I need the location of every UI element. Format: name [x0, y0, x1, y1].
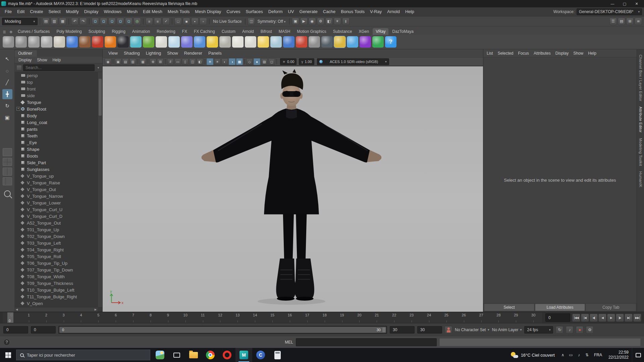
shelf-tab[interactable]: DazToMaya	[389, 28, 416, 35]
menu-item[interactable]: Mesh Display	[192, 7, 224, 16]
outliner-item[interactable]: + front	[15, 85, 98, 92]
outliner-item[interactable]: + V_Tongue_up	[15, 173, 98, 179]
outliner-item[interactable]: + T01_Tongue_Up	[15, 226, 98, 233]
highlight-selection-icon[interactable]: □	[174, 18, 182, 25]
auto-keyframe-icon[interactable]: ●	[576, 326, 583, 334]
shelf-gear-icon[interactable]: ⚙	[8, 29, 14, 35]
attribute-editor-menu-item[interactable]: Help	[586, 49, 599, 57]
vray-lens-icon[interactable]	[130, 36, 142, 48]
outliner-horizontal-scrollbar[interactable]: ◀▶	[15, 307, 98, 312]
shelf-help-icon[interactable]: ?	[385, 36, 396, 48]
vray-sphere-blue-icon[interactable]	[66, 36, 78, 48]
news-widget-icon[interactable]	[152, 348, 168, 362]
timeline-frame[interactable]: 8	[142, 312, 159, 323]
shelf-tab[interactable]: Motion Graphics	[294, 28, 329, 35]
sort-icon[interactable]: ☰	[609, 18, 617, 25]
outliner-item[interactable]: + top	[15, 79, 98, 85]
menu-item[interactable]: V-Ray	[367, 7, 384, 16]
snap-projected-center-icon[interactable]: Ω	[117, 18, 124, 25]
menu-item[interactable]: Cache	[320, 7, 338, 16]
outliner-item[interactable]: + Long_coat	[15, 119, 98, 126]
viewport-menu-item[interactable]: Panels	[205, 49, 225, 57]
layout-outliner-persp-icon[interactable]	[3, 177, 12, 185]
lasso-tool-icon[interactable]: ◌	[2, 66, 12, 76]
attribute-editor-menu-item[interactable]: Show	[571, 49, 586, 57]
timeline-frame[interactable]: 19	[333, 312, 351, 323]
shelf-tab[interactable]: Rigging	[109, 28, 128, 35]
notes-icon[interactable]	[54, 36, 65, 48]
weather-widget[interactable]: 16°C Ciel couvert	[507, 348, 559, 362]
menu-item[interactable]: Help	[402, 7, 417, 16]
timeline-frame[interactable]: 15	[264, 312, 281, 323]
field-chart-icon[interactable]: ◧	[197, 58, 203, 65]
outliner-item[interactable]: + side	[15, 92, 98, 99]
outliner-search-input[interactable]	[23, 64, 95, 71]
film-gate-icon[interactable]: ▭	[174, 58, 181, 65]
timeline-frame[interactable]: 17	[299, 312, 316, 323]
outliner-item[interactable]: + T04_Tongue_Right	[15, 246, 98, 253]
vray-fur-icon[interactable]	[156, 36, 167, 48]
attribute-editor-menu-item[interactable]: Attributes	[531, 49, 553, 57]
layout-four-pane-icon[interactable]	[3, 158, 12, 166]
tray-display-icon[interactable]: ▭	[567, 353, 575, 357]
playback-end-field[interactable]: 30	[417, 326, 442, 334]
outliner-item[interactable]: + persp	[15, 72, 98, 79]
outliner-item[interactable]: + T10_Tongue_Bulge_Left	[15, 287, 98, 293]
hidden-icons-caret[interactable]: ∧	[559, 353, 567, 357]
language-indicator[interactable]: FRA	[591, 353, 605, 357]
resolution-gate-icon[interactable]: ▯	[182, 58, 189, 65]
step-forward-key-button[interactable]: |▶	[616, 314, 624, 322]
expand-icon[interactable]: +	[16, 107, 20, 111]
scrollbar-thumb[interactable]	[99, 79, 102, 116]
timeline-frame[interactable]: 3	[55, 312, 72, 323]
render-current-frame-icon[interactable]: ▶	[300, 18, 308, 25]
timeline-frame[interactable]: 20	[351, 312, 368, 323]
minimize-button[interactable]: —	[606, 0, 619, 7]
shelf-tab[interactable]: Poly Modeling	[53, 28, 85, 35]
select-tool-icon[interactable]: ↖	[2, 54, 12, 64]
light-editor-icon[interactable]: ☀	[334, 18, 341, 25]
outliner-item[interactable]: + V_Tongue_Curl_D	[15, 213, 98, 220]
outliner-item[interactable]: + V_Tongue_Out	[15, 186, 98, 193]
shelf-tab[interactable]: Bifrost	[258, 28, 275, 35]
colorspace-dropdown[interactable]: ACES 1.0 SDR-video (sRGB) ▾	[317, 58, 389, 65]
pause-viewport-icon[interactable]: ‖	[342, 18, 350, 25]
viewport-menu-item[interactable]: Show	[164, 49, 181, 57]
attribute-editor-menu-item[interactable]: Display	[553, 49, 571, 57]
timeline-frame[interactable]: 18	[316, 312, 333, 323]
layout-presets-icon[interactable]: ▤	[618, 18, 625, 25]
rotate-tool-icon[interactable]: ↻	[2, 101, 12, 111]
range-slider-handle[interactable]: 0 30	[59, 327, 386, 333]
vray-ring-icon[interactable]	[232, 36, 244, 48]
taskbar-clock[interactable]: 22:59 22/12/2022	[605, 350, 632, 360]
menu-item[interactable]: Deform	[266, 7, 285, 16]
scroll-left-icon[interactable]: ◀	[16, 308, 18, 311]
symmetry-icon[interactable]: ◫	[248, 18, 255, 25]
outliner-menu-item[interactable]: Show	[35, 57, 49, 63]
scroll-right-icon[interactable]: ▶	[95, 308, 97, 311]
sidebar-tab[interactable]: HumanIK	[639, 171, 643, 187]
outliner-item[interactable]: + T06_Tongue_Tip_Up	[15, 260, 98, 266]
shelf-tab[interactable]: Rendering	[154, 28, 178, 35]
viewport-toolbar-icon[interactable]	[113, 59, 113, 64]
toolbar-icon[interactable]	[40, 18, 40, 24]
render-view-icon[interactable]: ▣	[292, 18, 299, 25]
ipr-render-icon[interactable]: ◉	[309, 18, 316, 25]
menu-item[interactable]: Generate	[297, 7, 320, 16]
vray-flakes-icon[interactable]	[168, 36, 180, 48]
timeline-frame[interactable]: 14	[246, 312, 264, 323]
filter-icon[interactable]	[16, 65, 22, 70]
timeline-frame[interactable]: 12	[212, 312, 229, 323]
toolbar-icon[interactable]	[68, 18, 69, 24]
outliner-item[interactable]: + Side_Part	[15, 159, 98, 166]
symmetry-dropdown[interactable]: Symmetry: Off	[256, 18, 287, 25]
go-to-start-button[interactable]: |◀◀	[572, 314, 580, 322]
shelf-tab[interactable]: Animation	[129, 28, 153, 35]
vray-funnel-icon[interactable]	[219, 36, 231, 48]
xray-icon[interactable]: ◻	[268, 58, 275, 65]
display-options-icon[interactable]: ≌	[635, 18, 642, 25]
grid-toggle-icon[interactable]: ⊞	[626, 18, 634, 25]
gamma-field[interactable]: γ 1.00	[299, 58, 314, 65]
outliner-item[interactable]: + T11_Tongue_Bulge_Right	[15, 293, 98, 300]
outliner-item[interactable]: + Sunglasses	[15, 166, 98, 173]
